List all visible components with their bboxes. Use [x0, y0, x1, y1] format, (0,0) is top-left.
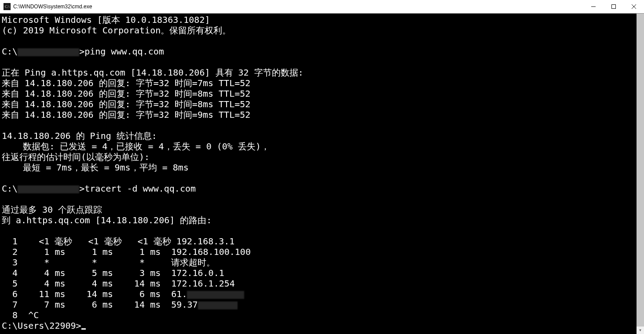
- scroll-down-button[interactable]: ▼: [637, 327, 644, 334]
- prompt-line: C:\>tracert -d www.qq.com: [2, 183, 196, 194]
- out-line: 来自 14.18.180.206 的回复: 字节=32 时间=8ms TTL=5…: [2, 99, 250, 109]
- out-line: 2 1 ms 1 ms 1 ms 192.168.100.100: [2, 247, 251, 257]
- out-line: 通过最多 30 个跃点跟踪: [2, 204, 102, 215]
- out-line: 7 7 ms 6 ms 14 ms 59.37: [2, 299, 238, 310]
- vertical-scrollbar[interactable]: ▲ ▼: [637, 14, 644, 334]
- minimize-button[interactable]: [583, 0, 604, 13]
- maximize-button[interactable]: [604, 0, 624, 13]
- out-line: Microsoft Windows [版本 10.0.18363.1082]: [2, 15, 210, 25]
- redacted-user: [18, 48, 79, 56]
- terminal-area: Microsoft Windows [版本 10.0.18363.1082] (…: [0, 14, 644, 334]
- maximize-icon: [611, 4, 616, 9]
- out-line: 来自 14.18.180.206 的回复: 字节=32 时间=9ms TTL=5…: [2, 109, 250, 120]
- out-line: (c) 2019 Microsoft Corporation。保留所有权利。: [2, 25, 231, 36]
- svg-text:C:\: C:\: [5, 4, 10, 9]
- out-line: 1 <1 毫秒 <1 毫秒 <1 毫秒 192.168.3.1: [2, 236, 234, 247]
- scroll-thumb[interactable]: [637, 14, 644, 330]
- out-line: 14.18.180.206 的 Ping 统计信息:: [2, 131, 157, 141]
- cmd-icon: C:\: [4, 3, 11, 10]
- cmd-window: C:\ C:\WINDOWS\system32\cmd.exe Microsof…: [0, 0, 644, 334]
- cursor: [81, 328, 86, 330]
- redacted-ip: [187, 291, 244, 299]
- minimize-icon: [591, 4, 596, 9]
- out-line: 6 11 ms 14 ms 6 ms 61.: [2, 289, 244, 299]
- redacted-user: [18, 185, 79, 193]
- close-button[interactable]: [624, 0, 644, 13]
- svg-rect-4: [612, 5, 616, 9]
- out-line: 5 4 ms 4 ms 14 ms 172.16.1.254: [2, 278, 235, 289]
- window-controls: [583, 0, 644, 13]
- out-line: 4 4 ms 5 ms 3 ms 172.16.0.1: [2, 268, 224, 278]
- prompt-line: C:\Users\22909>: [2, 320, 86, 331]
- out-line: 往返行程的估计时间(以毫秒为单位):: [2, 152, 150, 162]
- out-line: 最短 = 7ms，最长 = 9ms，平均 = 8ms: [2, 162, 189, 173]
- titlebar-path: C:\WINDOWS\system32\cmd.exe: [13, 4, 92, 10]
- redacted-ip: [198, 301, 238, 309]
- terminal-output[interactable]: Microsoft Windows [版本 10.0.18363.1082] (…: [0, 14, 637, 334]
- out-line: 数据包: 已发送 = 4，已接收 = 4，丢失 = 0 (0% 丢失)，: [2, 141, 270, 152]
- titlebar[interactable]: C:\ C:\WINDOWS\system32\cmd.exe: [0, 0, 644, 14]
- prompt-line: C:\>ping www.qq.com: [2, 46, 164, 57]
- out-line: 8 ^C: [2, 310, 39, 320]
- out-line: 正在 Ping a.https.qq.com [14.18.180.206] 具…: [2, 67, 304, 78]
- out-line: 3 * * * 请求超时。: [2, 257, 215, 268]
- out-line: 来自 14.18.180.206 的回复: 字节=32 时间=8ms TTL=5…: [2, 88, 250, 99]
- out-line: 到 a.https.qq.com [14.18.180.206] 的路由:: [2, 215, 212, 225]
- close-icon: [632, 4, 636, 9]
- out-line: 来自 14.18.180.206 的回复: 字节=32 时间=7ms TTL=5…: [2, 78, 250, 88]
